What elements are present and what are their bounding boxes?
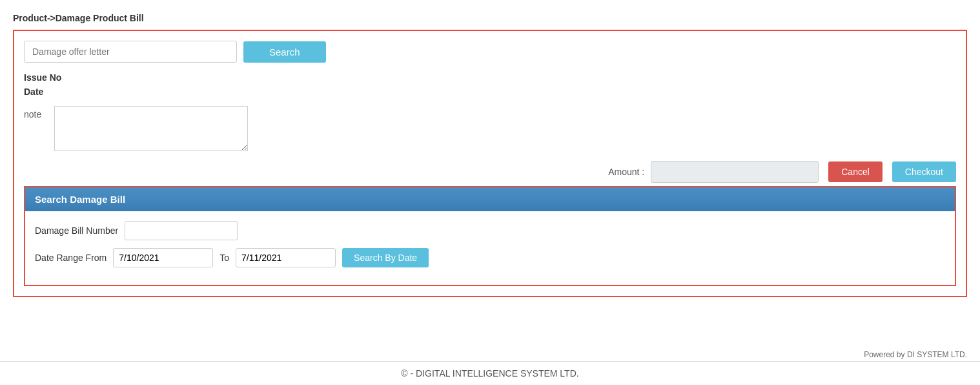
date-label: Date bbox=[24, 85, 956, 99]
actions-row: Amount : Cancel Checkout bbox=[24, 161, 956, 183]
damage-bill-number-label: Damage Bill Number bbox=[35, 225, 118, 236]
powered-by-text: Powered by DI SYSTEM LTD. bbox=[864, 350, 967, 359]
damage-bill-number-input[interactable] bbox=[125, 221, 238, 240]
copyright-text: © - DIGITAL INTELLIGENCE SYSTEM LTD. bbox=[401, 368, 578, 379]
checkout-button[interactable]: Checkout bbox=[892, 161, 956, 182]
to-label: To bbox=[219, 253, 229, 263]
issue-no-label: Issue No bbox=[24, 70, 956, 85]
search-button[interactable]: Search bbox=[243, 41, 326, 63]
cancel-button[interactable]: Cancel bbox=[828, 161, 883, 182]
date-range-row: Date Range From To Search By Date bbox=[35, 248, 945, 267]
damage-offer-input[interactable] bbox=[24, 41, 237, 63]
date-from-input[interactable] bbox=[113, 248, 213, 267]
breadcrumb: Product->Damage Product Bill bbox=[13, 13, 967, 23]
footer-bar: © - DIGITAL INTELLIGENCE SYSTEM LTD. bbox=[0, 361, 980, 385]
amount-label: Amount : bbox=[608, 167, 644, 177]
date-to-input[interactable] bbox=[236, 248, 336, 267]
damage-bill-number-row: Damage Bill Number bbox=[35, 221, 945, 240]
note-textarea[interactable] bbox=[54, 106, 248, 151]
note-label: note bbox=[24, 109, 41, 120]
search-damage-bill-section: Search Damage Bill Damage Bill Number Da… bbox=[24, 186, 956, 286]
search-damage-bill-body: Damage Bill Number Date Range From To Se… bbox=[25, 211, 955, 285]
note-area: note bbox=[24, 106, 956, 151]
search-by-date-button[interactable]: Search By Date bbox=[342, 248, 429, 267]
date-range-label: Date Range From bbox=[35, 253, 107, 263]
top-search-row: Search bbox=[24, 41, 956, 63]
amount-input bbox=[651, 161, 819, 183]
main-container: Search Issue No Date note Amount : Cance… bbox=[13, 30, 967, 297]
issue-date-labels: Issue No Date bbox=[24, 70, 956, 99]
amount-section: Amount : bbox=[608, 161, 819, 183]
right-actions: Amount : Cancel Checkout bbox=[608, 161, 956, 183]
search-damage-bill-header: Search Damage Bill bbox=[25, 187, 955, 211]
